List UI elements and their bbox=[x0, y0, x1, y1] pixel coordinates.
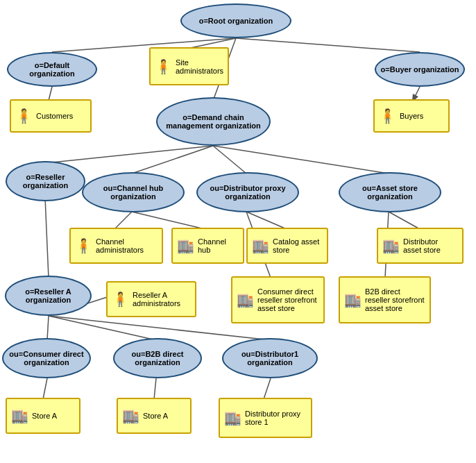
svg-line-9 bbox=[213, 146, 389, 174]
svg-line-10 bbox=[114, 212, 132, 229]
channel-admin-box: 🧍 Channel administrators bbox=[69, 228, 163, 264]
store-icon: 🏬 bbox=[237, 292, 254, 308]
store-icon: 🏬 bbox=[11, 407, 28, 424]
distributor-asset-box: 🏬 Distributor asset store bbox=[377, 228, 464, 264]
svg-line-21 bbox=[43, 378, 47, 399]
svg-line-16 bbox=[45, 198, 49, 278]
reseller-a-org-node: o=Reseller A organization bbox=[5, 276, 92, 316]
store-icon: 🏬 bbox=[177, 237, 194, 254]
store-icon: 🏬 bbox=[344, 292, 362, 308]
consumer-direct-asset-box: 🏬 Consumer direct reseller storefront as… bbox=[231, 276, 325, 323]
person-icon: 🧍 bbox=[75, 237, 92, 254]
distributor-proxy-store-box: 🏬 Distributor proxy store 1 bbox=[219, 398, 312, 438]
channel-hub-org-node: ou=Channel hub organization bbox=[82, 172, 185, 212]
buyer-org-node: o=Buyer organization bbox=[375, 52, 465, 87]
svg-line-2 bbox=[236, 38, 420, 52]
distributor1-org-node: ou=Distributor1 organization bbox=[222, 338, 318, 378]
diagram-container: o=Root organization o=Default organizati… bbox=[0, 0, 476, 463]
customers-box: 🧍 Customers bbox=[10, 99, 92, 133]
site-admin-box: 🧍 Site administrators bbox=[149, 47, 229, 85]
default-org-node: o=Default organization bbox=[7, 52, 97, 87]
store-a-1-box: 🏬 Store A bbox=[6, 398, 80, 434]
store-icon: 🏬 bbox=[224, 410, 241, 426]
svg-line-7 bbox=[132, 146, 213, 174]
b2b-direct-org-node: ou=B2B direct organization bbox=[113, 338, 202, 378]
store-a-2-box: 🏬 Store A bbox=[117, 398, 192, 434]
svg-line-12 bbox=[246, 212, 287, 229]
b2b-direct-asset-box: 🏬 B2B direct reseller storefront asset s… bbox=[339, 276, 431, 323]
consumer-direct-org-node: ou=Consumer direct organization bbox=[2, 338, 91, 378]
svg-line-4 bbox=[49, 87, 52, 101]
asset-store-org-node: ou=Asset store organization bbox=[339, 172, 441, 212]
distributor-proxy-org-node: ou=Distributor proxy organization bbox=[196, 172, 299, 212]
svg-line-8 bbox=[213, 146, 246, 174]
reseller-org-node: o=Reseller organization bbox=[6, 161, 85, 201]
person-icon: 🧍 bbox=[379, 108, 396, 124]
svg-line-5 bbox=[413, 87, 420, 101]
svg-line-6 bbox=[45, 146, 213, 163]
svg-line-11 bbox=[132, 212, 205, 229]
svg-line-14 bbox=[389, 212, 420, 229]
svg-line-22 bbox=[154, 378, 156, 399]
demand-chain-node: o=Demand chain management organization bbox=[156, 97, 271, 146]
root-org-node: o=Root organization bbox=[180, 3, 291, 38]
person-icon: 🧍 bbox=[112, 291, 129, 308]
channel-hub-box: 🏬 Channel hub bbox=[171, 228, 244, 264]
svg-line-18 bbox=[49, 316, 156, 340]
reseller-a-admin-box: 🧍 Reseller A administrators bbox=[106, 281, 196, 317]
person-icon: 🧍 bbox=[15, 108, 33, 124]
store-icon: 🏬 bbox=[252, 237, 269, 254]
svg-line-23 bbox=[264, 378, 271, 399]
svg-line-17 bbox=[47, 316, 49, 340]
person-icon: 🧍 bbox=[155, 58, 172, 75]
buyers-box: 🧍 Buyers bbox=[373, 99, 450, 133]
catalog-asset-box: 🏬 Catalog asset store bbox=[246, 228, 328, 264]
store-icon: 🏬 bbox=[122, 407, 139, 424]
store-icon: 🏬 bbox=[382, 237, 400, 254]
